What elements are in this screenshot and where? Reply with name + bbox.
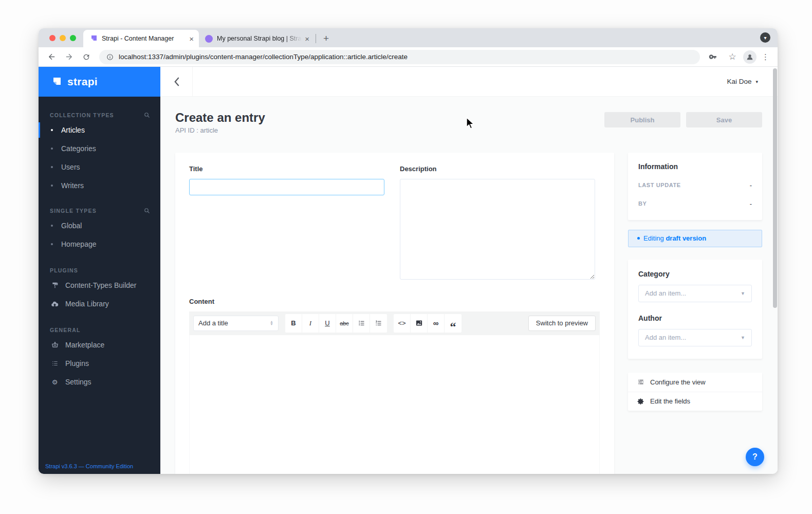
sidebar-item-label: Settings xyxy=(65,378,91,386)
link-button[interactable]: ∞ xyxy=(428,314,445,333)
sidebar-item-writers[interactable]: Writers xyxy=(39,176,160,195)
forward-button[interactable] xyxy=(62,50,76,64)
user-menu[interactable]: Kai Doe ▾ xyxy=(727,78,758,85)
tab-title: Strapi - Content Manager xyxy=(102,35,186,42)
sidebar-item-label: Writers xyxy=(61,181,84,190)
cloud-upload-icon xyxy=(51,300,59,308)
page-title: Create an entry xyxy=(175,111,265,125)
bookmark-button[interactable]: ☆ xyxy=(725,50,740,64)
back-arrow-icon xyxy=(47,52,56,61)
back-button[interactable] xyxy=(44,50,59,64)
heading-select[interactable]: Add a title ▲▼ xyxy=(193,316,279,331)
quote-button[interactable]: “ xyxy=(445,314,462,333)
browser-tab-bar: Strapi - Content Manager × My personal S… xyxy=(39,28,778,47)
forward-arrow-icon xyxy=(65,52,73,61)
unordered-list-button[interactable] xyxy=(353,314,370,333)
close-tab-icon[interactable]: × xyxy=(305,35,309,43)
relations-card: Category Add an item... ▼ Author Add an … xyxy=(628,260,762,359)
ordered-list-icon xyxy=(375,319,382,327)
switch-to-preview-button[interactable]: Switch to preview xyxy=(528,316,596,331)
browser-menu-button[interactable]: ⋮ xyxy=(759,52,772,62)
gear-icon xyxy=(637,398,644,405)
sidebar-item-marketplace[interactable]: Marketplace xyxy=(39,336,160,354)
back-button-app[interactable] xyxy=(160,67,193,96)
password-manager-button[interactable] xyxy=(706,50,720,64)
sidebar-item-label: Users xyxy=(61,163,80,171)
page-subtitle: API ID : article xyxy=(175,126,265,134)
tab-search-button[interactable]: ▾ xyxy=(760,32,770,43)
page-info-icon[interactable] xyxy=(106,53,114,61)
refresh-button[interactable] xyxy=(79,50,94,64)
bullet-icon xyxy=(51,166,53,168)
heading-select-value: Add a title xyxy=(198,319,228,327)
italic-button[interactable]: I xyxy=(302,314,319,333)
search-icon[interactable] xyxy=(144,112,150,118)
new-tab-button[interactable]: + xyxy=(318,33,334,44)
wysiwyg-editor-area[interactable] xyxy=(189,335,600,474)
sidebar-item-plugins[interactable]: Plugins xyxy=(39,354,160,373)
bullet-icon xyxy=(51,148,53,150)
sidebar-item-media-library[interactable]: Media Library xyxy=(39,295,160,313)
category-label: Category xyxy=(638,270,752,278)
tab-strapi-content-manager[interactable]: Strapi - Content Manager × xyxy=(83,30,199,47)
tab-divider xyxy=(316,34,316,43)
draft-dot-icon xyxy=(637,237,640,240)
strapi-favicon-icon xyxy=(89,34,98,43)
sidebar-item-settings[interactable]: ⚙ Settings xyxy=(39,373,160,391)
publish-button[interactable]: Publish xyxy=(604,112,680,127)
close-tab-icon[interactable]: × xyxy=(189,35,194,43)
image-button[interactable] xyxy=(411,314,428,333)
single-types-section: SINGLE TYPES Global Homepage xyxy=(39,205,160,253)
ordered-list-button[interactable] xyxy=(370,314,387,333)
stepper-icon: ▲▼ xyxy=(270,321,273,325)
browser-profile-button[interactable] xyxy=(743,50,756,64)
edit-fields-link[interactable]: Edit the fields xyxy=(628,392,762,411)
category-placeholder: Add an item... xyxy=(645,289,686,297)
save-button[interactable]: Save xyxy=(686,112,762,127)
underline-button[interactable]: U xyxy=(319,314,336,333)
sidebar-item-label: Articles xyxy=(61,126,85,134)
strapi-version-link[interactable]: Strapi v3.6.3 — Community Edition xyxy=(45,463,133,469)
category-select[interactable]: Add an item... ▼ xyxy=(638,285,752,302)
title-input[interactable] xyxy=(189,179,384,195)
strapi-logo-icon xyxy=(50,76,63,88)
information-card: Information LAST UPDATE - BY - xyxy=(628,153,762,220)
maximize-window-button[interactable] xyxy=(70,35,76,41)
main-panel: Kai Doe ▾ Create an entry API ID : artic… xyxy=(160,67,778,474)
user-name: Kai Doe xyxy=(727,78,751,85)
sidebar-item-content-types-builder[interactable]: Content-Types Builder xyxy=(39,276,160,295)
browser-window: Strapi - Content Manager × My personal S… xyxy=(39,28,778,474)
description-textarea[interactable] xyxy=(400,179,595,280)
sidebar-item-homepage[interactable]: Homepage xyxy=(39,235,160,253)
scrollbar-thumb[interactable] xyxy=(773,68,777,308)
tab-personal-blog[interactable]: My personal Strapi blog | Strap × xyxy=(199,30,315,47)
single-types-heading: SINGLE TYPES xyxy=(50,208,97,214)
bullet-list-icon xyxy=(358,319,365,327)
bold-button[interactable]: B xyxy=(285,314,302,333)
by-label: BY xyxy=(638,200,647,207)
last-update-label: LAST UPDATE xyxy=(638,182,681,188)
last-update-value: - xyxy=(750,181,752,189)
wysiwyg-toolbar: Add a title ▲▼ B I U abc xyxy=(189,311,600,335)
address-bar[interactable]: localhost:1337/admin/plugins/content-man… xyxy=(99,50,700,64)
chevron-down-icon: ▾ xyxy=(755,79,758,84)
by-value: - xyxy=(750,200,752,208)
sidebar-item-users[interactable]: Users xyxy=(39,158,160,176)
strapi-logo[interactable]: strapi xyxy=(39,67,160,97)
text-style-group: B I U abc xyxy=(285,314,387,333)
general-section: GENERAL Marketplace Plugins ⚙ Settings xyxy=(39,324,160,391)
code-button[interactable]: <> xyxy=(394,314,411,333)
help-button[interactable]: ? xyxy=(746,448,764,466)
strikethrough-button[interactable]: abc xyxy=(336,314,353,333)
sidebar-item-categories[interactable]: Categories xyxy=(39,139,160,158)
configure-view-link[interactable]: Configure the view xyxy=(628,373,762,392)
image-icon xyxy=(415,319,423,327)
star-icon: ☆ xyxy=(728,51,736,62)
author-select[interactable]: Add an item... ▼ xyxy=(638,329,752,346)
sidebar-item-global[interactable]: Global xyxy=(39,216,160,235)
plugins-heading: PLUGINS xyxy=(50,267,78,273)
minimize-window-button[interactable] xyxy=(60,35,66,41)
search-icon[interactable] xyxy=(144,208,150,214)
close-window-button[interactable] xyxy=(49,35,56,41)
sidebar-item-articles[interactable]: Articles xyxy=(39,121,160,139)
